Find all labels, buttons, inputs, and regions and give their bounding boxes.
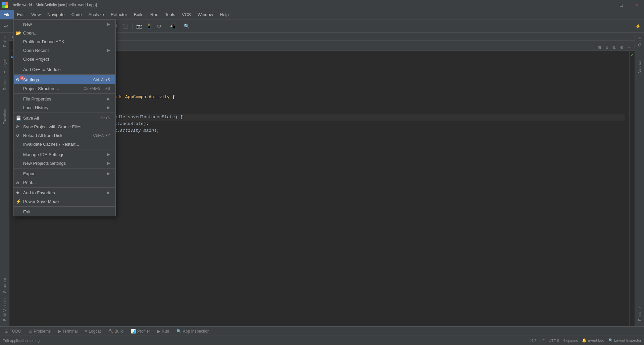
menu-item-reload-disk[interactable]: ↺ Reload All from Disk Ctrl+Alt+Y xyxy=(14,131,115,140)
code-line-4 xyxy=(36,74,625,80)
window-controls[interactable]: − □ ✕ xyxy=(599,0,644,10)
app-logo xyxy=(0,0,10,10)
menu-file[interactable]: File xyxy=(0,10,14,19)
project-panel-tab[interactable]: Project xyxy=(1,33,8,50)
structure-tab[interactable]: Structure xyxy=(1,275,8,296)
menu-item-open[interactable]: 📂 Open... xyxy=(14,28,115,37)
emulator-tab[interactable]: Emulator xyxy=(636,303,643,324)
reload-disk-shortcut: Ctrl+Alt+Y xyxy=(93,133,110,137)
menu-item-add-cpp[interactable]: Add C++ to Module xyxy=(14,65,115,74)
terminal-tab[interactable]: ▶ Terminal xyxy=(55,328,81,335)
menu-build[interactable]: Build xyxy=(130,10,147,19)
file-properties-label: File Properties xyxy=(23,96,51,101)
avd-btn[interactable]: 📲 xyxy=(168,21,178,31)
sep-7 xyxy=(14,187,115,188)
menu-item-export[interactable]: Export ▶ xyxy=(14,169,115,178)
menu-help[interactable]: Help xyxy=(216,10,232,19)
menu-item-project-structure[interactable]: Project Structure... Ctrl+Alt+Shift+S xyxy=(14,84,115,93)
menu-item-save-all[interactable]: 💾 Save All Ctrl+S xyxy=(14,114,115,122)
menu-item-profile-debug[interactable]: Profile or Debug APK xyxy=(14,37,115,46)
indent-info[interactable]: 4 spaces xyxy=(563,339,578,343)
file-props-arrow: ▶ xyxy=(107,96,110,101)
encoding[interactable]: UTF-8 xyxy=(549,339,559,343)
menu-code[interactable]: Code xyxy=(68,10,85,19)
save-all-shortcut: Ctrl+S xyxy=(100,116,110,120)
sync-gradle-label: Sync Project with Gradle Files xyxy=(23,124,81,129)
resource-manager-tab[interactable]: Resource Manager xyxy=(1,56,8,93)
event-log[interactable]: 🔔 Event Log xyxy=(582,338,604,343)
add-cpp-label: Add C++ to Module xyxy=(23,67,61,72)
menu-item-exit[interactable]: Exit xyxy=(14,207,115,216)
build-label: Build xyxy=(115,329,124,334)
menu-item-print[interactable]: 🖨 Print... xyxy=(14,178,115,187)
menu-view[interactable]: View xyxy=(28,10,44,19)
app-inspection-icon: 🔍 xyxy=(176,329,181,334)
menu-item-sync-gradle[interactable]: ⟳ Sync Project with Gradle Files xyxy=(14,122,115,131)
menu-edit[interactable]: Edit xyxy=(14,10,28,19)
editor-expand-icon[interactable]: ⇅ xyxy=(611,45,617,51)
todo-tab[interactable]: ☑ TODO xyxy=(1,328,24,335)
stop-btn[interactable]: ⬛ xyxy=(121,21,130,31)
problems-icon: ⚠ xyxy=(29,329,32,334)
code-line-6 xyxy=(36,87,625,94)
title-bar: hello world - MainActivity.java [hello_w… xyxy=(0,0,644,10)
menu-item-manage-ide[interactable]: Manage IDE Settings ▶ xyxy=(14,150,115,159)
reload-icon: ↺ xyxy=(16,133,19,138)
profiler-icon: 📊 xyxy=(131,329,136,334)
favorites-tab[interactable]: Favorites xyxy=(1,107,8,127)
menu-refactor[interactable]: Refactor xyxy=(107,10,130,19)
build-tab[interactable]: 🔨 Build xyxy=(105,328,127,335)
menu-item-add-favorites[interactable]: ★ Add to Favorites ▶ xyxy=(14,188,115,197)
print-icon: 🖨 xyxy=(16,180,20,185)
menu-item-local-history[interactable]: Local History ▶ xyxy=(14,103,115,112)
camera-btn[interactable]: 📷 xyxy=(135,21,144,31)
code-line-2 xyxy=(36,60,625,67)
logcat-icon: ≡ xyxy=(85,329,88,334)
menu-vcs[interactable]: VCS xyxy=(178,10,194,19)
menu-item-new[interactable]: New ▶ xyxy=(14,20,115,28)
minimize-button[interactable]: − xyxy=(599,0,614,10)
toolbar-btn-1[interactable]: ↩ xyxy=(1,21,11,31)
sep-4 xyxy=(14,113,115,113)
profiler-tab[interactable]: 📊 Profiler xyxy=(127,328,153,335)
local-history-arrow: ▶ xyxy=(107,105,110,110)
menu-run[interactable]: Run xyxy=(147,10,162,19)
menu-analyze[interactable]: Analyze xyxy=(85,10,107,19)
build-variants-tab[interactable]: Build Variants xyxy=(1,296,8,324)
menu-item-close-project[interactable]: Close Project xyxy=(14,55,115,63)
problems-tab[interactable]: ⚠ Problems xyxy=(25,328,54,335)
sdk-btn[interactable]: ⚙ xyxy=(155,21,164,31)
menu-item-new-projects-settings[interactable]: New Projects Settings ▶ xyxy=(14,159,115,167)
title-bar-left: hello world - MainActivity.java [hello_w… xyxy=(0,0,97,10)
line-ending[interactable]: LF xyxy=(540,339,545,343)
code-content[interactable]: package com.example.helloworld; import .… xyxy=(32,51,629,326)
run-tab[interactable]: ▶ Run xyxy=(154,328,172,335)
gradle-tab[interactable]: Gradle xyxy=(636,33,643,49)
assistant-btn[interactable]: ⚡ xyxy=(633,21,643,31)
manage-ide-arrow: ▶ xyxy=(107,152,110,157)
app-inspection-label: App Inspection xyxy=(183,329,209,334)
menu-item-invalidate-caches[interactable]: Invalidate Caches / Restart... xyxy=(14,140,115,148)
editor-minimize-icon[interactable]: − xyxy=(626,45,632,51)
maximize-button[interactable]: □ xyxy=(614,0,629,10)
menu-item-power-save[interactable]: ⚡ Power Save Mode xyxy=(14,197,115,206)
close-button[interactable]: ✕ xyxy=(629,0,644,10)
search-btn[interactable]: 🔍 xyxy=(182,21,192,31)
editor-settings-icon[interactable]: ⚙ xyxy=(619,45,625,51)
menu-item-open-recent[interactable]: Open Recent ▶ xyxy=(14,46,115,55)
assistant-tab[interactable]: Assistant xyxy=(636,56,643,76)
menu-navigate[interactable]: Navigate xyxy=(44,10,68,19)
editor-collapse-icon[interactable]: ≡ xyxy=(604,45,610,51)
device-mgr-btn[interactable]: 📱 xyxy=(145,21,154,31)
menu-item-settings[interactable]: ⚙ Settings... Ctrl+Alt+S 2 xyxy=(14,75,115,84)
editor-layout-icon[interactable]: ⊞ xyxy=(596,45,602,51)
logcat-tab[interactable]: ≡ Logcat xyxy=(82,328,104,335)
layout-inspector[interactable]: 🔍 Layout Inspector xyxy=(608,338,641,343)
power-save-icon: ⚡ xyxy=(16,199,21,204)
menu-window[interactable]: Window xyxy=(194,10,216,19)
code-line-10: protected void onCreate(Bundle savedInst… xyxy=(36,114,625,121)
menu-tools[interactable]: Tools xyxy=(162,10,178,19)
cursor-position[interactable]: 14:2 xyxy=(529,339,536,343)
menu-item-file-properties[interactable]: File Properties ▶ xyxy=(14,94,115,103)
app-inspection-tab[interactable]: 🔍 App Inspection xyxy=(173,328,213,335)
